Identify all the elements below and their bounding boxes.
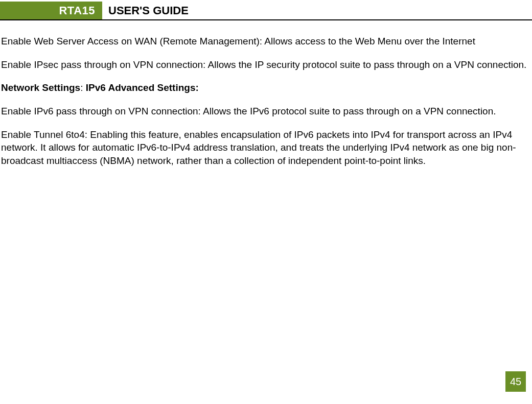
page-number: 45 bbox=[510, 376, 521, 388]
header-model-text: RTA15 bbox=[59, 4, 95, 17]
paragraph-ipv6-vpn: Enable IPv6 pass through on VPN connecti… bbox=[1, 105, 529, 118]
paragraph-ipsec-vpn: Enable IPsec pass through on VPN connect… bbox=[1, 58, 529, 72]
page-number-box: 45 bbox=[505, 371, 526, 392]
header-title-wrap: USER'S GUIDE bbox=[102, 0, 189, 19]
document-content: Enable Web Server Access on WAN (Remote … bbox=[0, 35, 532, 167]
paragraph-tunnel-6to4: Enable Tunnel 6to4: Enabling this featur… bbox=[1, 128, 529, 168]
section-heading-separator: : bbox=[80, 82, 86, 93]
section-heading-part2: IPv6 Advanced Settings: bbox=[86, 82, 199, 93]
paragraph-web-server-wan: Enable Web Server Access on WAN (Remote … bbox=[1, 35, 529, 48]
section-heading-ipv6: Network Settings: IPv6 Advanced Settings… bbox=[1, 81, 529, 94]
section-heading-part1: Network Settings bbox=[1, 82, 80, 93]
page-header: RTA15 USER'S GUIDE bbox=[0, 0, 532, 20]
header-model-bar: RTA15 bbox=[0, 2, 102, 19]
header-title-text: USER'S GUIDE bbox=[108, 4, 189, 17]
